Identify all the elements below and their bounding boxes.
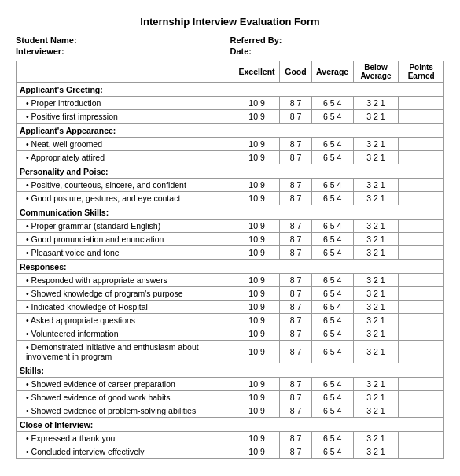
table-row: Good pronunciation and enunciation10 98 … (17, 233, 444, 246)
col-header-points: PointsEarned (399, 61, 444, 83)
item-label: Pleasant voice and tone (17, 246, 234, 260)
item-label: Expressed a thank you (17, 432, 234, 445)
score-points (399, 287, 444, 301)
score-excellent: 10 9 (234, 287, 279, 301)
score-points (399, 274, 444, 287)
score-average: 6 5 4 (311, 287, 353, 301)
referred-by-field: Referred By: (230, 35, 445, 45)
score-excellent: 10 9 (234, 192, 279, 205)
score-below: 3 2 1 (353, 192, 399, 205)
score-below: 3 2 1 (353, 341, 399, 363)
score-excellent: 10 9 (234, 378, 279, 391)
score-good: 8 7 (280, 233, 311, 246)
item-label: Neat, well groomed (17, 138, 234, 151)
item-label: Proper grammar (standard English) (17, 220, 234, 233)
table-row: Concluded interview effectively10 98 76 … (17, 445, 444, 459)
item-label: Showed evidence of problem-solving abili… (17, 404, 234, 418)
score-good: 8 7 (280, 220, 311, 233)
table-row: Showed evidence of problem-solving abili… (17, 404, 444, 418)
score-good: 8 7 (280, 192, 311, 205)
score-points (399, 151, 444, 164)
section-header-6: Close of Interview: (17, 418, 444, 432)
score-average: 6 5 4 (311, 314, 353, 327)
score-good: 8 7 (280, 287, 311, 301)
item-label: Volunteered information (17, 327, 234, 341)
score-average: 6 5 4 (311, 151, 353, 164)
item-label: Positive, courteous, sincere, and confid… (17, 179, 234, 192)
score-below: 3 2 1 (353, 287, 399, 301)
section-header-0: Applicant's Greeting: (17, 83, 444, 97)
score-below: 3 2 1 (353, 327, 399, 341)
score-average: 6 5 4 (311, 391, 353, 404)
col-header-excellent: Excellent (234, 61, 279, 83)
score-excellent: 10 9 (234, 341, 279, 363)
score-good: 8 7 (280, 391, 311, 404)
score-points (399, 341, 444, 363)
student-name-field: Student Name: (16, 35, 230, 45)
item-label: Responded with appropriate answers (17, 274, 234, 287)
score-below: 3 2 1 (353, 378, 399, 391)
score-points (399, 220, 444, 233)
score-average: 6 5 4 (311, 110, 353, 124)
score-excellent: 10 9 (234, 151, 279, 164)
score-points (399, 179, 444, 192)
item-label: Positive first impression (17, 110, 234, 124)
item-label: Appropriately attired (17, 151, 234, 164)
table-row: Appropriately attired10 98 76 5 43 2 1 (17, 151, 444, 164)
table-row: Showed evidence of career preparation10 … (17, 378, 444, 391)
score-excellent: 10 9 (234, 138, 279, 151)
score-below: 3 2 1 (353, 179, 399, 192)
score-good: 8 7 (280, 97, 311, 110)
score-below: 3 2 1 (353, 445, 399, 459)
score-average: 6 5 4 (311, 192, 353, 205)
section-header-2: Personality and Poise: (17, 164, 444, 179)
score-average: 6 5 4 (311, 445, 353, 459)
score-points (399, 233, 444, 246)
score-good: 8 7 (280, 327, 311, 341)
score-below: 3 2 1 (353, 233, 399, 246)
col-header-below: BelowAverage (353, 61, 399, 83)
score-points (399, 301, 444, 314)
score-below: 3 2 1 (353, 432, 399, 445)
col-header-average: Average (311, 61, 353, 83)
table-row: Positive, courteous, sincere, and confid… (17, 179, 444, 192)
table-row: Proper introduction10 98 76 5 43 2 1 (17, 97, 444, 110)
score-excellent: 10 9 (234, 246, 279, 260)
table-row: Showed knowledge of program's purpose10 … (17, 287, 444, 301)
score-good: 8 7 (280, 404, 311, 418)
score-excellent: 10 9 (234, 110, 279, 124)
table-row: Neat, well groomed10 98 76 5 43 2 1 (17, 138, 444, 151)
score-average: 6 5 4 (311, 246, 353, 260)
score-below: 3 2 1 (353, 151, 399, 164)
score-good: 8 7 (280, 151, 311, 164)
section-header-3: Communication Skills: (17, 205, 444, 220)
score-points (399, 445, 444, 459)
table-row: Demonstrated initiative and enthusiasm a… (17, 341, 444, 363)
score-excellent: 10 9 (234, 432, 279, 445)
score-average: 6 5 4 (311, 97, 353, 110)
score-good: 8 7 (280, 138, 311, 151)
score-excellent: 10 9 (234, 445, 279, 459)
col-header-category (17, 61, 234, 83)
score-average: 6 5 4 (311, 301, 353, 314)
col-header-good: Good (280, 61, 311, 83)
score-excellent: 10 9 (234, 327, 279, 341)
table-row: Asked appropriate questions10 98 76 5 43… (17, 314, 444, 327)
item-label: Asked appropriate questions (17, 314, 234, 327)
score-excellent: 10 9 (234, 301, 279, 314)
score-excellent: 10 9 (234, 314, 279, 327)
table-row: Responded with appropriate answers10 98 … (17, 274, 444, 287)
score-points (399, 404, 444, 418)
score-points (399, 327, 444, 341)
score-good: 8 7 (280, 378, 311, 391)
score-good: 8 7 (280, 341, 311, 363)
score-good: 8 7 (280, 301, 311, 314)
score-excellent: 10 9 (234, 391, 279, 404)
score-average: 6 5 4 (311, 179, 353, 192)
score-average: 6 5 4 (311, 327, 353, 341)
score-good: 8 7 (280, 314, 311, 327)
score-below: 3 2 1 (353, 110, 399, 124)
item-label: Good posture, gestures, and eye contact (17, 192, 234, 205)
section-header-5: Skills: (17, 363, 444, 378)
table-row: Volunteered information10 98 76 5 43 2 1 (17, 327, 444, 341)
